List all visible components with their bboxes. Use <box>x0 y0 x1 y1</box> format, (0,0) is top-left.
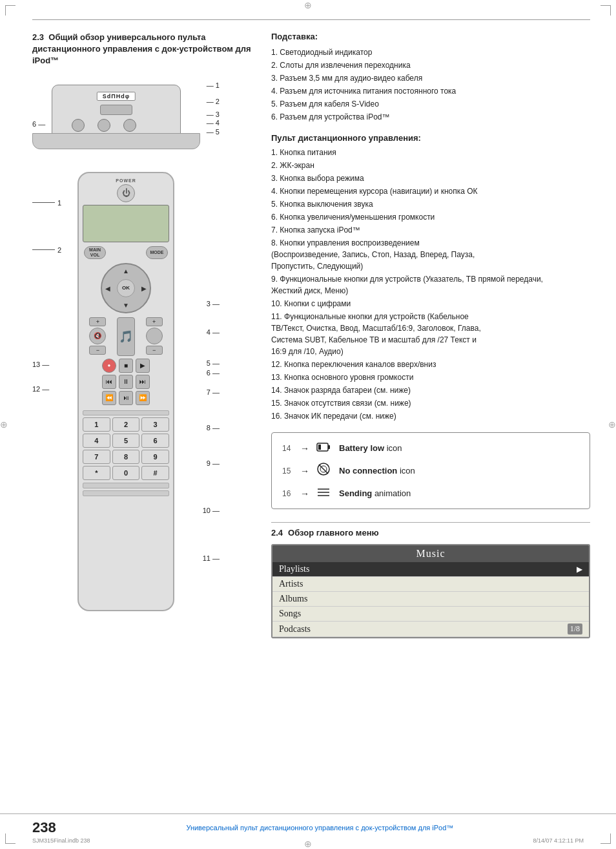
section-24-divider: 2.4 Обзор главного меню Music Playlists … <box>271 522 590 638</box>
remote-lcd-screen <box>83 205 169 242</box>
dock-brand-label: SdΠΗdφ <box>97 92 136 101</box>
nav-up-arrow[interactable]: ▲ <box>123 267 129 275</box>
dock-num-1: — 1 <box>207 81 220 89</box>
battery-low-label: Battery low icon <box>339 443 402 453</box>
vol-up-button[interactable]: + <box>89 317 106 326</box>
num-5-button[interactable]: 5 <box>112 434 140 448</box>
play-button[interactable]: ▶ <box>136 359 150 373</box>
no-connection-icon <box>316 462 331 479</box>
content-columns: 2.3 Общий обзор универсального пульта ди… <box>32 32 590 638</box>
num-8-button[interactable]: 8 <box>112 450 140 464</box>
menu-item-artists[interactable]: Artists <box>272 577 589 592</box>
ipod-button[interactable]: 🎵 <box>117 317 135 356</box>
dock-btn-3 <box>123 119 136 132</box>
remote-label-4: 4 — <box>207 328 220 336</box>
pause2-button[interactable]: ⏯ <box>119 391 133 405</box>
dock-num-2: — 2 <box>207 98 220 105</box>
remote-vol-mute-row: + 🔇 − 🎵 + − <box>83 317 169 356</box>
battery-low-icon <box>316 441 331 456</box>
nav-right-arrow[interactable]: ▶ <box>141 284 147 291</box>
menu-item-albums-label: Albums <box>279 594 307 604</box>
media-row-1: ● ■ ▶ <box>83 359 169 373</box>
remote-label-3: 3 — <box>207 300 220 308</box>
menu-item-playlists-arrow: ▶ <box>577 565 582 574</box>
arrow-icon-15: → <box>300 466 309 476</box>
ch-group: + − <box>146 317 163 356</box>
menu-item-podcasts-label: Podcasts <box>279 624 311 634</box>
remote-item-6: Кнопка увеличения/уменьшения громкости <box>271 211 590 223</box>
ch-mid-button[interactable] <box>146 328 163 344</box>
rec-button[interactable]: ● <box>102 359 116 373</box>
next-button[interactable]: ⏭ <box>136 375 150 389</box>
skip-fwd-button[interactable]: ⏩ <box>136 391 150 405</box>
num-star-button[interactable]: * <box>83 466 110 480</box>
pause-button[interactable]: ⏸ <box>119 375 133 389</box>
mode-button[interactable]: MODE <box>146 246 168 259</box>
page-footer: 238 Универсальный пульт дистанционного у… <box>0 813 616 836</box>
remote-label-8: 8 — <box>207 424 220 432</box>
icon-row-connection: 15 → No connection icon <box>282 462 579 479</box>
num-2-button[interactable]: 2 <box>112 417 140 432</box>
num-3-button[interactable]: 3 <box>141 417 169 432</box>
top-border <box>32 19 590 20</box>
dock-btn-1 <box>72 119 85 132</box>
stop-button[interactable]: ■ <box>119 359 133 373</box>
ok-button[interactable]: OK <box>117 279 135 297</box>
left-column: 2.3 Общий обзор универсального пульта ди… <box>32 32 252 611</box>
icons-box: 14 → Battery low icon 15 → <box>271 432 590 509</box>
remote-item-5: Кнопка выключения звука <box>271 198 590 210</box>
power-button[interactable]: ⏻ <box>117 184 135 202</box>
ch-down-button[interactable]: − <box>146 346 163 355</box>
num-hash-button[interactable]: # <box>141 466 169 480</box>
remote-label-1: 1 <box>32 199 61 207</box>
num-4-button[interactable]: 4 <box>83 434 110 448</box>
remote-item-15: Значок отсутствия связи (см. ниже) <box>271 397 590 409</box>
dock-slot <box>100 105 132 115</box>
numpad: 1 2 3 4 5 6 7 8 9 <box>83 417 169 480</box>
remote-item-11: Функциональные кнопки для устройств (Каб… <box>271 311 590 357</box>
icon-num-14: 14 <box>282 444 295 453</box>
num-7-button[interactable]: 7 <box>83 450 110 464</box>
dock-item-1: Светодиодный индикатор <box>271 47 590 58</box>
menu-title-bar: Music <box>272 545 589 562</box>
vol-down-button[interactable]: − <box>89 346 106 355</box>
remote-section-title: Пульт дистанционного управления: <box>271 133 590 143</box>
dock-item-4: Разъем для источника питания постоянного… <box>271 85 590 97</box>
dock-num-6: 6 — <box>32 120 45 128</box>
menu-page-indicator: 1/8 <box>568 624 582 634</box>
nav-down-arrow[interactable]: ▼ <box>123 302 129 309</box>
remote-label-10: 10 — <box>203 507 220 514</box>
section-24-number: 2.4 <box>271 528 283 538</box>
menu-item-songs[interactable]: Songs <box>272 607 589 622</box>
num-1-button[interactable]: 1 <box>83 417 110 432</box>
footer-text: Универсальный пульт дистанционного управ… <box>69 824 571 832</box>
icon-row-battery: 14 → Battery low icon <box>282 441 579 456</box>
numpad-row-1: 1 2 3 <box>83 417 169 432</box>
dock-item-6: Разъем для устройства iPod™ <box>271 111 590 123</box>
remote-label-13: 13 — <box>32 361 49 368</box>
remote-item-2: ЖК-экран <box>271 160 590 171</box>
section-24-title: Обзор главного меню <box>288 528 379 538</box>
ch-up-button[interactable]: + <box>146 317 163 326</box>
remote-label-7: 7 — <box>207 388 220 396</box>
menu-item-playlists[interactable]: Playlists ▶ <box>272 562 589 577</box>
page-container: 2.3 Общий обзор универсального пульта ди… <box>0 0 616 849</box>
no-connection-label: No connection icon <box>339 466 415 476</box>
prev-button[interactable]: ⏮ <box>102 375 116 389</box>
remote-label-11: 11 — <box>203 554 220 562</box>
section-title-text: Общий обзор универсального пульта дистан… <box>32 32 251 65</box>
main-vol-button[interactable]: MAINVOL <box>84 246 106 259</box>
menu-item-albums[interactable]: Albums <box>272 592 589 607</box>
num-6-button[interactable]: 6 <box>141 434 169 448</box>
remote-label-5: 5 — <box>207 359 220 367</box>
menu-item-podcasts[interactable]: Podcasts 1/8 <box>272 622 589 637</box>
skip-back-button[interactable]: ⏪ <box>102 391 116 405</box>
num-9-button[interactable]: 9 <box>141 450 169 464</box>
nav-left-arrow[interactable]: ◀ <box>105 284 110 291</box>
num-0-button[interactable]: 0 <box>112 466 140 480</box>
svg-rect-2 <box>318 445 321 450</box>
remote-item-16: Значок ИК передачи (см. ниже) <box>271 410 590 422</box>
mute-button[interactable]: 🔇 <box>89 328 106 344</box>
icon-num-16: 16 <box>282 489 295 498</box>
remote-item-7: Кнопка запуска iPod™ <box>271 224 590 236</box>
